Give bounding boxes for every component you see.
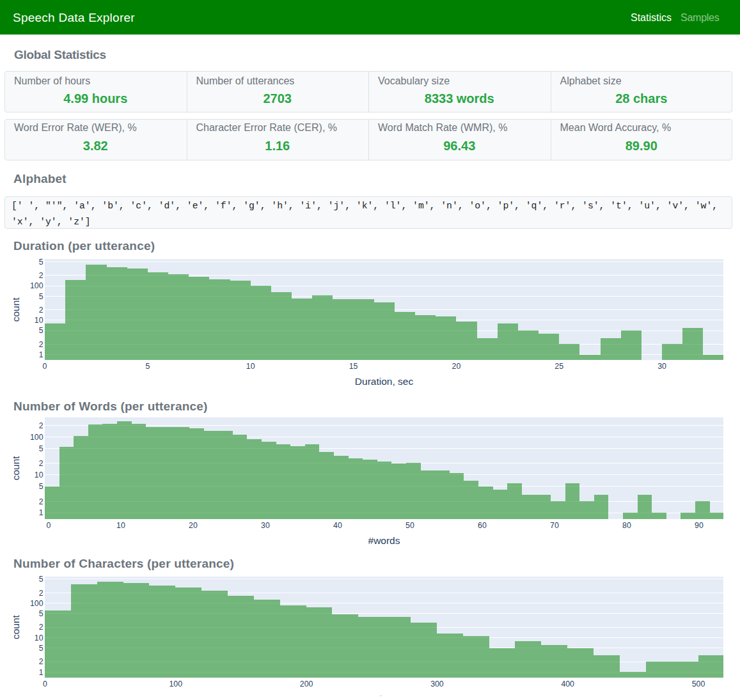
svg-text:0: 0: [43, 362, 47, 371]
svg-text:count: count: [10, 297, 21, 322]
svg-text:10: 10: [35, 316, 43, 325]
svg-text:1: 1: [39, 508, 43, 517]
svg-text:500: 500: [692, 680, 705, 688]
svg-text:10: 10: [35, 471, 43, 479]
svg-text:5: 5: [39, 644, 43, 653]
svg-text:200: 200: [300, 680, 313, 688]
svg-text:2: 2: [39, 497, 43, 506]
svg-text:1: 1: [39, 668, 43, 677]
svg-text:#chars: #chars: [369, 694, 399, 700]
svg-text:5: 5: [39, 326, 43, 335]
svg-text:30: 30: [657, 362, 666, 371]
svg-text:2: 2: [39, 306, 43, 315]
svg-text:10: 10: [35, 634, 43, 642]
svg-text:#words: #words: [368, 535, 400, 546]
svg-text:5: 5: [39, 444, 43, 453]
svg-text:2: 2: [39, 657, 43, 666]
svg-text:30: 30: [261, 521, 270, 530]
svg-text:5: 5: [39, 258, 43, 267]
svg-text:400: 400: [561, 680, 574, 688]
svg-text:5: 5: [39, 482, 43, 491]
svg-text:count: count: [10, 456, 21, 481]
svg-text:2: 2: [39, 623, 43, 632]
svg-text:2: 2: [39, 459, 43, 468]
svg-text:5: 5: [145, 362, 150, 371]
svg-text:50: 50: [405, 521, 414, 530]
svg-text:10: 10: [246, 362, 255, 371]
svg-text:300: 300: [430, 680, 444, 688]
svg-text:70: 70: [550, 521, 559, 530]
svg-text:0: 0: [43, 680, 47, 688]
svg-text:15: 15: [349, 362, 358, 371]
svg-text:10: 10: [116, 521, 125, 530]
svg-text:1: 1: [39, 350, 43, 359]
svg-text:100: 100: [30, 599, 43, 608]
svg-text:5: 5: [39, 575, 43, 584]
svg-text:5: 5: [39, 609, 43, 618]
svg-text:100: 100: [169, 680, 183, 688]
svg-text:2: 2: [39, 340, 43, 349]
svg-text:90: 90: [695, 521, 704, 530]
svg-text:2: 2: [39, 421, 43, 430]
svg-text:80: 80: [622, 521, 631, 530]
svg-text:2: 2: [39, 589, 43, 598]
svg-text:0: 0: [46, 521, 51, 530]
svg-text:40: 40: [333, 521, 342, 530]
svg-text:25: 25: [555, 362, 563, 371]
svg-text:100: 100: [30, 281, 43, 290]
svg-text:20: 20: [452, 362, 461, 371]
svg-text:5: 5: [39, 292, 43, 301]
svg-text:60: 60: [478, 521, 487, 530]
svg-text:count: count: [10, 614, 21, 639]
svg-text:2: 2: [39, 271, 43, 280]
svg-text:100: 100: [30, 433, 43, 442]
svg-text:20: 20: [189, 521, 198, 530]
svg-text:Duration, sec: Duration, sec: [355, 376, 414, 387]
